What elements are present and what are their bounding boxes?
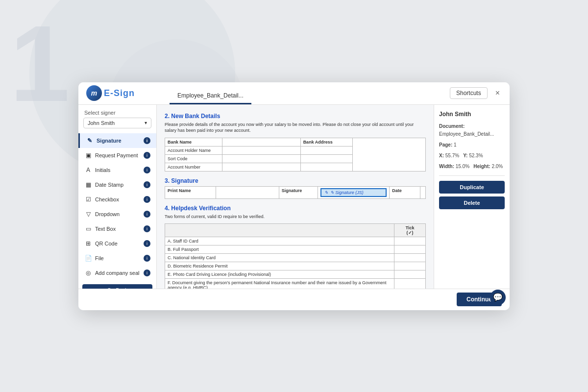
sidebar-item-label: File [95,255,104,261]
logo-letter: m [91,89,97,97]
document-area[interactable]: 2. New Bank Details Please provide detai… [157,105,434,289]
id-row-f: F. Document giving the person's permanen… [165,279,426,289]
document-tab[interactable]: Employee_Bank_Detail... [170,88,251,104]
sidebar-item-text-box[interactable]: ▭ Text Box i [78,221,156,236]
go-back-button[interactable]: Go Back [82,284,152,289]
close-button[interactable]: × [493,89,502,98]
select-signer-label: Select signer [78,105,156,118]
sidebar-item-initials[interactable]: A Initials i [78,163,156,177]
right-panel-height: Height: 2.0% [473,163,503,171]
sidebar-item-request-payment[interactable]: ▣ Request Payment i [78,148,156,163]
right-panel-page: Page: 1 [439,141,505,149]
sidebar-item-date-stamp[interactable]: ▦ Date Stamp i [78,177,156,192]
dropdown-info-badge: i [144,211,150,218]
id-tick-c [394,254,426,262]
page-label: Page: [439,142,452,147]
right-panel-wh: Width: 15.0% Height: 2.0% [439,163,505,171]
sidebar-item-label: Initials [95,167,110,173]
sidebar-item-label: QR Code [95,241,118,246]
bank-name-value [222,138,301,146]
sidebar-item-label: Add company seal [95,270,140,276]
dropdown-icon: ▽ [84,210,92,218]
sidebar-item-label: Checkbox [95,196,119,202]
sidebar-item-dropdown[interactable]: ▽ Dropdown i [78,207,156,221]
section3-title: 3. Signature [165,177,426,184]
sidebar-item-label: Text Box [95,226,116,232]
initials-info-badge: i [144,167,150,173]
id-tick-d [394,262,426,270]
id-item-a: A. Staff ID Card [165,237,394,245]
sidebar-item-checkbox[interactable]: ☑ Checkbox i [78,192,156,207]
page-value: 1 [454,142,457,147]
tab-area: Employee_Bank_Detail... [165,82,450,104]
text-box-info-badge: i [144,225,150,232]
signature-info-badge: i [144,137,150,144]
bank-details-table: Bank Name Bank Address Account Holder Na… [165,138,426,172]
account-number-label: Account Number [165,163,222,171]
account-holder-label: Account Holder Name [165,146,222,154]
right-panel-x: X: 55.7% [439,152,459,160]
signature-pen-icon: ✎ [324,190,328,195]
date-stamp-icon: ▦ [84,181,92,189]
checkbox-icon: ☑ [84,196,92,203]
shortcuts-button[interactable]: Shortcuts [450,87,488,99]
account-number-value [222,163,301,171]
right-panel: John Smith Document: Employee_Bank_Detai… [434,105,510,289]
sidebar-item-qr-code[interactable]: ⊞ QR Code i [78,236,156,251]
sidebar-item-label: Request Payment [95,152,138,158]
id-tick-header: Tick(✓) [394,224,426,237]
sidebar-item-label: Date Stamp [95,182,123,188]
section4-sub: Two forms of current, valid ID require t… [165,214,426,220]
sidebar-item-company-seal[interactable]: ◎ Add company seal i [78,266,156,280]
signature-field-text: ✎ Signature (JS) [330,190,364,195]
logo-area: m E-Sign [86,85,165,101]
request-payment-icon: ▣ [84,151,92,159]
right-panel-name: John Smith [439,111,505,118]
bank-name-label: Bank Name [165,138,222,146]
sidebar: Select signer John Smith ▾ ✎ Signature i… [78,105,157,289]
logo-icon: m [86,85,102,101]
document-label: Document: [439,123,465,129]
sort-code-label: Sort Code [165,154,222,163]
id-row-c: C. National Identity Card [165,254,426,262]
signature-table: Print Name Signature ✎ ✎ Signature (JS) … [165,186,426,199]
id-tick-e [394,270,426,279]
logo-text: E-Sign [104,88,135,98]
print-name-col: Print Name [165,186,216,198]
sidebar-item-label: Signature [97,138,122,144]
sidebar-item-label: Dropdown [95,211,120,217]
sidebar-item-signature[interactable]: ✎ Signature i [78,133,156,148]
id-item-f: F. Document giving the person's permanen… [165,279,394,289]
id-tick-b [394,245,426,254]
id-row-d: D. Biometric Residence Permit [165,262,426,270]
section2-sub: Please provide details of the account yo… [165,122,426,134]
signature-field[interactable]: ✎ ✎ Signature (JS) [320,188,387,197]
right-panel-width: Width: 15.0% [439,163,469,171]
window-body: Select signer John Smith ▾ ✎ Signature i… [78,105,510,289]
chevron-down-icon: ▾ [145,120,147,125]
id-item-d: D. Biometric Residence Permit [165,262,394,270]
sort-code-empty [300,154,352,163]
window-header: m E-Sign Employee_Bank_Detail... Shortcu… [78,82,510,105]
section2-title: 2. New Bank Details [165,113,426,120]
signature-value[interactable]: ✎ ✎ Signature (JS) [318,186,390,198]
qr-code-icon: ⊞ [84,240,92,247]
id-header-empty [165,224,394,237]
date-stamp-info-badge: i [144,181,150,188]
sort-code-value [222,154,301,163]
delete-button[interactable]: Delete [439,196,505,209]
signer-dropdown[interactable]: John Smith ▾ [83,118,151,128]
company-seal-info-badge: i [144,270,150,276]
account-number-empty [300,163,352,171]
duplicate-button[interactable]: Duplicate [439,181,505,194]
id-item-c: C. National Identity Card [165,254,394,262]
sidebar-item-file[interactable]: 📄 File i [78,251,156,266]
company-seal-icon: ◎ [84,269,92,277]
request-payment-info-badge: i [144,152,150,159]
right-panel-y: Y: 52.3% [463,152,483,160]
id-row-b: B. Full Passport [165,245,426,254]
account-holder-value [222,146,301,154]
print-name-value [216,186,279,198]
id-item-b: B. Full Passport [165,245,394,254]
id-verification-table: Tick(✓) A. Staff ID Card B. Full Passpor… [165,223,426,288]
